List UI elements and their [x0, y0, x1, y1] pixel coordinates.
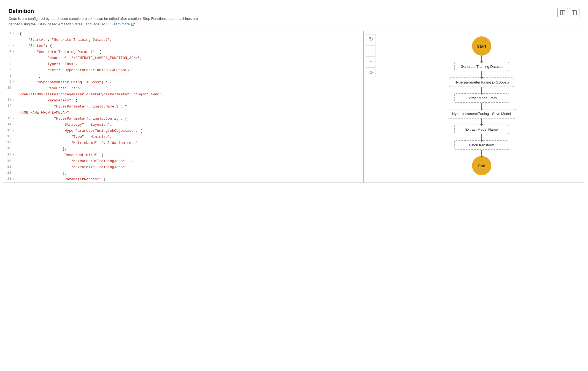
flow-arrow	[481, 103, 482, 109]
zoom-out-button[interactable]: −	[366, 56, 376, 66]
code-line: 16 "Type": "Minimize",	[3, 134, 363, 140]
end-node: End	[472, 156, 491, 175]
code-line: <PARTITION>:states:::sagemaker:createHyp…	[3, 92, 363, 98]
code-line: 11 ▾ "Parameters": {	[3, 98, 363, 104]
code-line: 18 },	[3, 146, 363, 152]
diagram-controls: ↺ + − ⊙	[364, 31, 378, 182]
code-line: 8 },	[3, 73, 363, 79]
svg-rect-2	[572, 10, 576, 15]
code-line: 23 ▾ "ParameterRanges": {	[3, 176, 363, 182]
split-view-button[interactable]	[557, 8, 568, 17]
flow-arrow	[481, 71, 482, 77]
flow-arrow	[481, 134, 482, 140]
code-line: 4 ▾ "Generate Training Dataset": {	[3, 49, 363, 55]
code-line: 10 "Resource": "arn:	[3, 85, 363, 92]
code-panel[interactable]: 1 ▾ { 2 "StartAt": "Generate Training Da…	[3, 31, 364, 182]
start-node: Start	[472, 36, 491, 56]
diagram-view-button[interactable]	[569, 8, 579, 17]
code-line: 17 "MetricName": "validation:rmse"	[3, 140, 363, 146]
header-buttons	[557, 8, 579, 17]
code-line: 2 "StartAt": "Generate Training Dataset"…	[3, 37, 363, 43]
code-line: 15 ▾ "HyperParameterTuningJobObjective":…	[3, 128, 363, 134]
flow-arrow	[481, 87, 482, 93]
diagram-view-icon	[572, 10, 577, 15]
code-line: 1 ▾ {	[3, 31, 363, 37]
flow-diagram: Start Generate Training Dataset Hyperpar…	[378, 31, 585, 182]
header: Definition Code is pre-configured by the…	[3, 3, 585, 31]
diagram-panel: ↺ + − ⊙ Start Generate Tra	[364, 31, 585, 182]
code-line: 14 "Strategy": "Bayesian",	[3, 122, 363, 128]
code-line: 5 "Resource": "<GENERATE_LAMBDA_FUNCTION…	[3, 55, 363, 61]
learn-more-link[interactable]: Learn more	[112, 22, 135, 26]
flow-arrow	[481, 56, 482, 62]
code-line: 7 "Next": "HyperparameterTuning (XGBoost…	[3, 67, 363, 73]
header-description: Code is pre-configured by the chosen sam…	[9, 16, 201, 27]
split-view-icon	[560, 10, 565, 15]
external-link-icon	[131, 23, 135, 26]
zoom-in-button[interactable]: +	[366, 45, 376, 55]
code-line: 13 ▾ "HyperParameterTuningJobConfig": {	[3, 116, 363, 122]
code-line: 21 "MaxParallelTrainingJobs": 2	[3, 164, 363, 170]
center-button[interactable]: ⊙	[366, 67, 376, 77]
page-title: Definition	[9, 8, 201, 14]
code-line: 20 "MaxNumberOfTrainingJobs": 2,	[3, 158, 363, 164]
code-line: <JOB_NAME_FROM_LAMBDA>",	[3, 110, 363, 116]
definition-panel: Definition Code is pre-configured by the…	[3, 3, 585, 183]
code-line: 22 },	[3, 170, 363, 176]
flow-arrow	[481, 119, 482, 125]
code-line: 3 ▾ "States": {	[3, 43, 363, 49]
code-line: 9 ▾ "HyperparameterTuning (XGBoost)": {	[3, 79, 363, 85]
code-line: 19 ▾ "ResourceLimits": {	[3, 152, 363, 158]
main-content: 1 ▾ { 2 "StartAt": "Generate Training Da…	[3, 31, 585, 182]
code-line: 12 "HyperParameterTuningJobName.$": "	[3, 104, 363, 110]
code-line: 6 "Type": "Task",	[3, 61, 363, 67]
refresh-button[interactable]: ↺	[366, 34, 376, 44]
header-left: Definition Code is pre-configured by the…	[9, 8, 201, 27]
flow-arrow	[481, 150, 482, 156]
